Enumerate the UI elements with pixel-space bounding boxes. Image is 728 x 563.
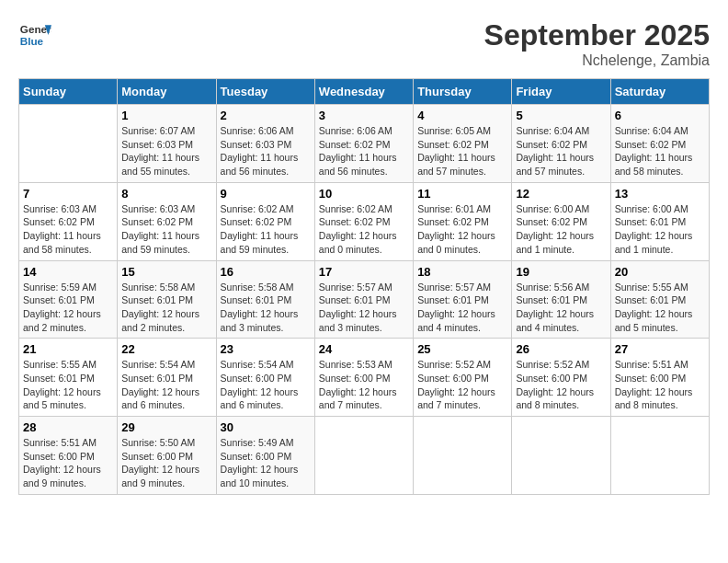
day-number: 19 bbox=[516, 265, 606, 279]
day-info: Sunrise: 6:03 AM Sunset: 6:02 PM Dayligh… bbox=[23, 202, 113, 257]
day-number: 26 bbox=[516, 342, 606, 356]
weekday-header: Wednesday bbox=[314, 79, 413, 105]
calendar-cell bbox=[314, 417, 413, 495]
day-info: Sunrise: 6:07 AM Sunset: 6:03 PM Dayligh… bbox=[121, 124, 211, 178]
day-info: Sunrise: 6:02 AM Sunset: 6:02 PM Dayligh… bbox=[221, 202, 311, 257]
day-info: Sunrise: 5:49 AM Sunset: 6:00 PM Dayligh… bbox=[221, 436, 311, 490]
day-info: Sunrise: 5:55 AM Sunset: 6:01 PM Dayligh… bbox=[615, 281, 705, 335]
day-number: 20 bbox=[615, 265, 705, 279]
calendar-cell: 27Sunrise: 5:51 AM Sunset: 6:00 PM Dayli… bbox=[610, 339, 709, 417]
day-number: 11 bbox=[417, 187, 507, 201]
calendar-week-row: 14Sunrise: 5:59 AM Sunset: 6:01 PM Dayli… bbox=[19, 260, 710, 339]
day-info: Sunrise: 5:58 AM Sunset: 6:01 PM Dayligh… bbox=[121, 281, 211, 335]
day-info: Sunrise: 5:51 AM Sunset: 6:00 PM Dayligh… bbox=[23, 436, 113, 490]
calendar-table: SundayMondayTuesdayWednesdayThursdayFrid… bbox=[18, 78, 710, 495]
calendar-cell: 9Sunrise: 6:02 AM Sunset: 6:02 PM Daylig… bbox=[216, 182, 314, 260]
day-info: Sunrise: 5:59 AM Sunset: 6:01 PM Dayligh… bbox=[23, 281, 113, 335]
calendar-cell bbox=[19, 105, 118, 183]
svg-text:Blue: Blue bbox=[20, 35, 44, 47]
day-number: 8 bbox=[121, 187, 211, 201]
calendar-cell: 10Sunrise: 6:02 AM Sunset: 6:02 PM Dayli… bbox=[314, 182, 413, 260]
calendar-cell bbox=[512, 417, 610, 495]
calendar-cell bbox=[610, 417, 709, 495]
calendar-cell: 22Sunrise: 5:54 AM Sunset: 6:01 PM Dayli… bbox=[118, 339, 216, 417]
calendar-cell: 14Sunrise: 5:59 AM Sunset: 6:01 PM Dayli… bbox=[19, 260, 118, 339]
calendar-cell: 19Sunrise: 5:56 AM Sunset: 6:01 PM Dayli… bbox=[512, 260, 610, 339]
weekday-header: Sunday bbox=[19, 79, 118, 105]
calendar-week-row: 28Sunrise: 5:51 AM Sunset: 6:00 PM Dayli… bbox=[19, 417, 710, 495]
calendar-cell: 20Sunrise: 5:55 AM Sunset: 6:01 PM Dayli… bbox=[610, 260, 709, 339]
calendar-cell: 13Sunrise: 6:00 AM Sunset: 6:01 PM Dayli… bbox=[610, 182, 709, 260]
day-info: Sunrise: 5:53 AM Sunset: 6:00 PM Dayligh… bbox=[319, 358, 409, 412]
day-info: Sunrise: 6:05 AM Sunset: 6:02 PM Dayligh… bbox=[417, 124, 507, 178]
weekday-header: Thursday bbox=[414, 79, 512, 105]
day-info: Sunrise: 5:57 AM Sunset: 6:01 PM Dayligh… bbox=[319, 281, 409, 335]
title-area: September 2025 Nchelenge, Zambia bbox=[484, 18, 710, 69]
day-info: Sunrise: 6:02 AM Sunset: 6:02 PM Dayligh… bbox=[319, 202, 409, 257]
day-info: Sunrise: 5:55 AM Sunset: 6:01 PM Dayligh… bbox=[23, 358, 113, 412]
day-number: 10 bbox=[319, 187, 409, 201]
calendar-cell: 18Sunrise: 5:57 AM Sunset: 6:01 PM Dayli… bbox=[414, 260, 512, 339]
day-info: Sunrise: 5:56 AM Sunset: 6:01 PM Dayligh… bbox=[516, 281, 606, 335]
day-number: 28 bbox=[23, 420, 113, 434]
calendar-cell: 17Sunrise: 5:57 AM Sunset: 6:01 PM Dayli… bbox=[314, 260, 413, 339]
day-info: Sunrise: 6:06 AM Sunset: 6:03 PM Dayligh… bbox=[221, 124, 311, 178]
calendar-cell: 1Sunrise: 6:07 AM Sunset: 6:03 PM Daylig… bbox=[118, 105, 216, 183]
calendar-cell: 25Sunrise: 5:52 AM Sunset: 6:00 PM Dayli… bbox=[414, 339, 512, 417]
day-info: Sunrise: 6:06 AM Sunset: 6:02 PM Dayligh… bbox=[319, 124, 409, 178]
day-number: 24 bbox=[319, 342, 409, 356]
day-info: Sunrise: 6:00 AM Sunset: 6:01 PM Dayligh… bbox=[615, 202, 705, 257]
month-title: September 2025 bbox=[484, 18, 710, 52]
day-number: 3 bbox=[319, 109, 409, 122]
calendar-cell: 15Sunrise: 5:58 AM Sunset: 6:01 PM Dayli… bbox=[118, 260, 216, 339]
calendar-cell: 8Sunrise: 6:03 AM Sunset: 6:02 PM Daylig… bbox=[118, 182, 216, 260]
calendar-cell: 12Sunrise: 6:00 AM Sunset: 6:02 PM Dayli… bbox=[512, 182, 610, 260]
day-number: 25 bbox=[417, 342, 507, 356]
day-info: Sunrise: 5:54 AM Sunset: 6:01 PM Dayligh… bbox=[121, 358, 211, 412]
calendar-cell bbox=[414, 417, 512, 495]
day-info: Sunrise: 5:52 AM Sunset: 6:00 PM Dayligh… bbox=[417, 358, 507, 412]
calendar-cell: 7Sunrise: 6:03 AM Sunset: 6:02 PM Daylig… bbox=[19, 182, 118, 260]
day-number: 6 bbox=[615, 109, 705, 122]
day-info: Sunrise: 5:50 AM Sunset: 6:00 PM Dayligh… bbox=[121, 436, 211, 490]
day-number: 16 bbox=[221, 265, 311, 279]
calendar-cell: 28Sunrise: 5:51 AM Sunset: 6:00 PM Dayli… bbox=[19, 417, 118, 495]
day-number: 12 bbox=[516, 187, 606, 201]
day-number: 14 bbox=[23, 265, 113, 279]
day-number: 27 bbox=[615, 342, 705, 356]
calendar-week-row: 21Sunrise: 5:55 AM Sunset: 6:01 PM Dayli… bbox=[19, 339, 710, 417]
calendar-body: 1Sunrise: 6:07 AM Sunset: 6:03 PM Daylig… bbox=[19, 105, 710, 495]
day-number: 21 bbox=[23, 342, 113, 356]
day-info: Sunrise: 6:03 AM Sunset: 6:02 PM Dayligh… bbox=[121, 202, 211, 257]
weekday-header: Saturday bbox=[610, 79, 709, 105]
day-number: 30 bbox=[221, 420, 311, 434]
day-info: Sunrise: 6:04 AM Sunset: 6:02 PM Dayligh… bbox=[615, 124, 705, 178]
weekday-header: Monday bbox=[118, 79, 216, 105]
calendar-cell: 3Sunrise: 6:06 AM Sunset: 6:02 PM Daylig… bbox=[314, 105, 413, 183]
day-info: Sunrise: 5:57 AM Sunset: 6:01 PM Dayligh… bbox=[417, 281, 507, 335]
calendar-week-row: 7Sunrise: 6:03 AM Sunset: 6:02 PM Daylig… bbox=[19, 182, 710, 260]
calendar-cell: 2Sunrise: 6:06 AM Sunset: 6:03 PM Daylig… bbox=[216, 105, 314, 183]
calendar-cell: 11Sunrise: 6:01 AM Sunset: 6:02 PM Dayli… bbox=[414, 182, 512, 260]
weekday-header: Friday bbox=[512, 79, 610, 105]
calendar-week-row: 1Sunrise: 6:07 AM Sunset: 6:03 PM Daylig… bbox=[19, 105, 710, 183]
calendar-cell: 21Sunrise: 5:55 AM Sunset: 6:01 PM Dayli… bbox=[19, 339, 118, 417]
day-info: Sunrise: 6:04 AM Sunset: 6:02 PM Dayligh… bbox=[516, 124, 606, 178]
day-number: 7 bbox=[23, 187, 113, 201]
calendar-header-row: SundayMondayTuesdayWednesdayThursdayFrid… bbox=[19, 79, 710, 105]
day-number: 5 bbox=[516, 109, 606, 122]
day-number: 1 bbox=[121, 109, 211, 122]
day-info: Sunrise: 5:54 AM Sunset: 6:00 PM Dayligh… bbox=[221, 358, 311, 412]
day-info: Sunrise: 5:51 AM Sunset: 6:00 PM Dayligh… bbox=[615, 358, 705, 412]
day-number: 23 bbox=[221, 342, 311, 356]
logo-icon: General Blue bbox=[18, 18, 51, 52]
calendar-cell: 29Sunrise: 5:50 AM Sunset: 6:00 PM Dayli… bbox=[118, 417, 216, 495]
day-number: 17 bbox=[319, 265, 409, 279]
calendar-cell: 6Sunrise: 6:04 AM Sunset: 6:02 PM Daylig… bbox=[610, 105, 709, 183]
calendar-cell: 4Sunrise: 6:05 AM Sunset: 6:02 PM Daylig… bbox=[414, 105, 512, 183]
day-number: 13 bbox=[615, 187, 705, 201]
day-info: Sunrise: 5:52 AM Sunset: 6:00 PM Dayligh… bbox=[516, 358, 606, 412]
day-info: Sunrise: 5:58 AM Sunset: 6:01 PM Dayligh… bbox=[221, 281, 311, 335]
logo: General Blue bbox=[18, 18, 51, 52]
day-number: 18 bbox=[417, 265, 507, 279]
